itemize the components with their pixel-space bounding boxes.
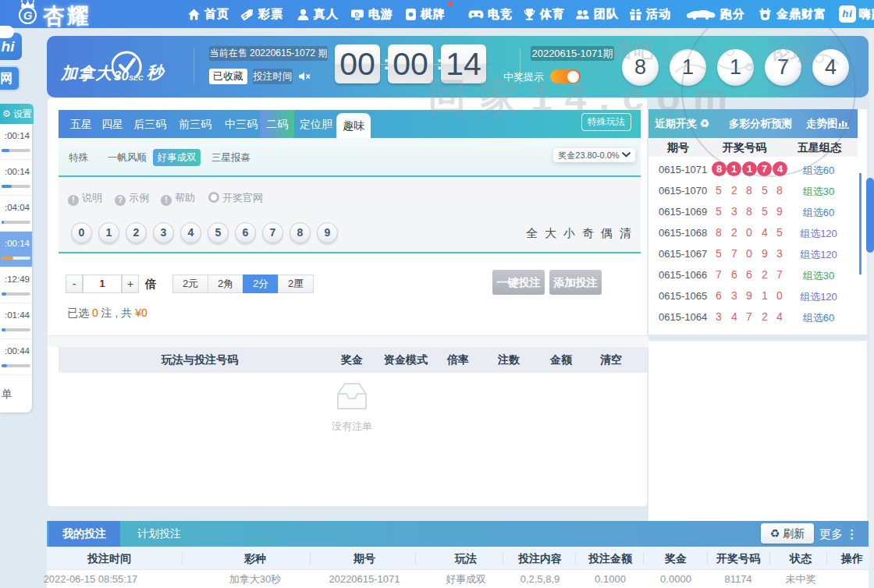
svg-text:D: D [355,10,361,17]
